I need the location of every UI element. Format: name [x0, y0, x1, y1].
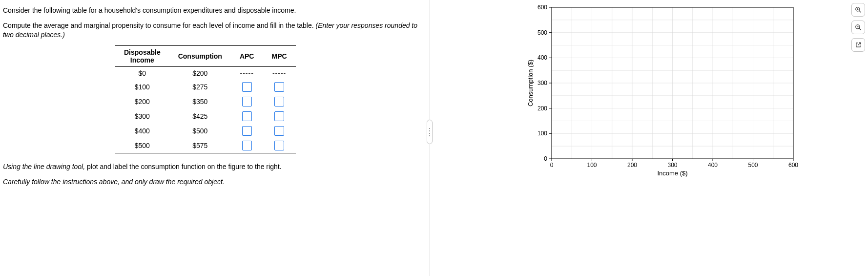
cell-mpc [263, 138, 295, 153]
consumption-table: Disposable Income Consumption APC MPC $0… [115, 45, 296, 153]
svg-text:500: 500 [748, 162, 758, 169]
mpc-input[interactable] [274, 82, 284, 92]
col-header-mpc: MPC [263, 45, 295, 66]
plot-instruction-lead: Using the line drawing tool, [3, 163, 85, 170]
zoom-in-button[interactable] [851, 3, 865, 17]
pane-resize-handle[interactable] [427, 120, 433, 144]
svg-text:100: 100 [537, 130, 547, 137]
apc-input[interactable] [242, 82, 252, 92]
cell-mpc [263, 124, 295, 138]
svg-text:Income ($): Income ($) [657, 170, 687, 177]
cell-apc [231, 138, 263, 153]
svg-text:200: 200 [537, 105, 547, 112]
cell-mpc [263, 94, 295, 109]
cell-apc [231, 124, 263, 138]
cell-mpc: ----- [263, 66, 295, 80]
cell-consumption: $500 [169, 124, 231, 138]
apc-input[interactable] [242, 111, 252, 121]
graph-tool-column [851, 3, 865, 52]
table-row: $100$275 [115, 80, 296, 94]
svg-text:600: 600 [537, 4, 547, 11]
intro-text: Consider the following table for a house… [3, 6, 427, 15]
mpc-input[interactable] [274, 111, 284, 121]
carefully-note: Carefully follow the instructions above,… [3, 177, 427, 187]
apc-dash: ----- [240, 69, 254, 77]
svg-text:0: 0 [550, 162, 554, 169]
mpc-input[interactable] [274, 97, 284, 106]
cell-mpc [263, 109, 295, 124]
apc-input[interactable] [242, 97, 252, 106]
cell-income: $400 [115, 124, 169, 138]
svg-text:0: 0 [544, 155, 547, 162]
mpc-dash: ----- [272, 69, 286, 77]
plot-instruction: Using the line drawing tool, plot and la… [3, 162, 427, 171]
svg-text:400: 400 [708, 162, 718, 169]
cell-consumption: $350 [169, 94, 231, 109]
popout-button[interactable] [851, 38, 865, 52]
table-row: $200$350 [115, 94, 296, 109]
cell-income: $300 [115, 109, 169, 124]
svg-text:200: 200 [627, 162, 637, 169]
cell-apc [231, 109, 263, 124]
table-row: $300$425 [115, 109, 296, 124]
col-header-consumption: Consumption [169, 45, 231, 66]
compute-instruction: Compute the average and marginal propens… [3, 21, 427, 40]
svg-text:300: 300 [537, 80, 547, 86]
table-row: $400$500 [115, 124, 296, 138]
graph-pane: 01002003004005006000100200300400500600In… [434, 0, 868, 276]
svg-text:400: 400 [537, 54, 547, 61]
cell-income: $100 [115, 80, 169, 94]
cell-consumption: $200 [169, 66, 231, 80]
svg-text:600: 600 [788, 162, 798, 169]
cell-consumption: $575 [169, 138, 231, 153]
table-row: $0$200---------- [115, 66, 296, 80]
svg-line-58 [859, 11, 861, 13]
cell-apc: ----- [231, 66, 263, 80]
mpc-input[interactable] [274, 126, 284, 136]
apc-input[interactable] [242, 126, 252, 136]
question-text-pane: Consider the following table for a house… [0, 0, 430, 196]
consumption-chart[interactable]: 01002003004005006000100200300400500600In… [525, 2, 798, 178]
plot-instruction-rest: plot and label the consumption function … [85, 163, 281, 170]
svg-text:300: 300 [667, 162, 677, 169]
svg-text:Consumption ($): Consumption ($) [527, 60, 534, 106]
cell-apc [231, 94, 263, 109]
cell-income: $500 [115, 138, 169, 153]
cell-income: $200 [115, 94, 169, 109]
svg-text:100: 100 [587, 162, 597, 169]
col-header-apc: APC [231, 45, 263, 66]
col-header-income: Disposable Income [115, 45, 169, 66]
zoom-in-icon [855, 6, 862, 14]
popout-icon [855, 41, 862, 49]
cell-income: $0 [115, 66, 169, 80]
cell-apc [231, 80, 263, 94]
svg-text:500: 500 [537, 29, 547, 36]
cell-mpc [263, 80, 295, 94]
zoom-out-icon [855, 23, 862, 31]
table-row: $500$575 [115, 138, 296, 153]
table-body: $0$200----------$100$275$200$350$300$425… [115, 66, 296, 153]
chart-container[interactable]: 01002003004005006000100200300400500600In… [525, 2, 798, 178]
apc-input[interactable] [242, 141, 252, 150]
mpc-input[interactable] [274, 141, 284, 150]
cell-consumption: $425 [169, 109, 231, 124]
cell-consumption: $275 [169, 80, 231, 94]
compute-instruction-main: Compute the average and marginal propens… [3, 21, 315, 29]
zoom-out-button[interactable] [851, 21, 865, 34]
svg-line-62 [859, 28, 861, 30]
